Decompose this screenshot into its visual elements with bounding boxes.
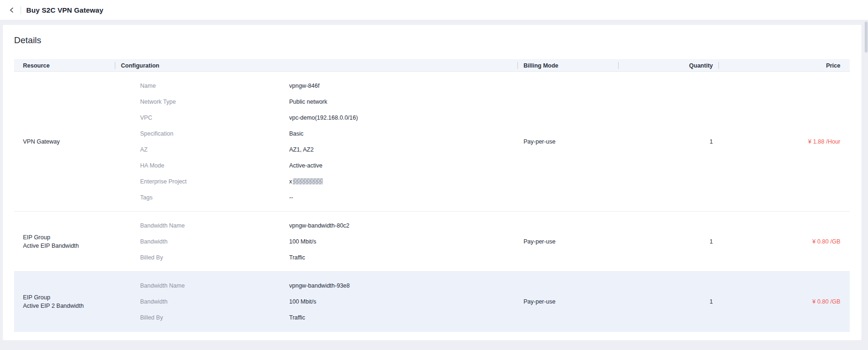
column-header-billing-mode: Billing Mode xyxy=(517,59,618,72)
config-cell: Bandwidth Namevpngw-bandwidth-80c2Bandwi… xyxy=(115,212,517,271)
title-divider xyxy=(21,6,21,14)
config-line: Tags-- xyxy=(140,190,517,205)
price-cell: ¥ 0.80 /GB xyxy=(718,272,850,331)
config-value: Traffic xyxy=(289,254,517,261)
config-label: VPC xyxy=(140,114,289,121)
config-line: Namevpngw-846f xyxy=(140,78,517,94)
table-row: VPN Gateway Namevpngw-846fNetwork TypePu… xyxy=(14,72,850,212)
scrollbar-thumb[interactable] xyxy=(865,22,868,53)
billing-mode-cell: Pay-per-use xyxy=(517,212,618,271)
resource-name-line: Active EIP 2 Bandwidth xyxy=(23,302,115,310)
table-row: EIP GroupActive EIP Bandwidth Bandwidth … xyxy=(14,212,850,272)
config-line: Billed ByTraffic xyxy=(140,310,517,326)
scrollbar-track[interactable] xyxy=(864,21,868,350)
topbar: Buy S2C VPN Gateway xyxy=(0,0,868,20)
table-body: VPN Gateway Namevpngw-846fNetwork TypePu… xyxy=(14,72,850,332)
config-value: x xyxy=(289,178,517,185)
config-label: Network Type xyxy=(140,99,289,105)
column-header-resource: Resource xyxy=(14,59,115,72)
config-line: HA ModeActive-active xyxy=(140,158,517,174)
price-cell: ¥ 0.80 /GB xyxy=(718,212,850,271)
quantity-cell: 1 xyxy=(618,212,718,271)
table-row: EIP GroupActive EIP 2 Bandwidth Bandwidt… xyxy=(14,272,850,332)
order-table: Resource Configuration Billing Mode Quan… xyxy=(14,59,850,332)
config-line: Billed ByTraffic xyxy=(140,250,517,266)
config-cell: Bandwidth Namevpngw-bandwidth-93e8Bandwi… xyxy=(115,272,517,331)
config-line: Bandwidth100 Mbit/s xyxy=(140,234,517,250)
config-label: Bandwidth Name xyxy=(140,222,289,229)
config-line: AZAZ1, AZ2 xyxy=(140,142,517,158)
config-line: Network TypePublic network xyxy=(140,94,517,110)
table-header: Resource Configuration Billing Mode Quan… xyxy=(14,59,850,72)
billing-mode-cell: Pay-per-use xyxy=(517,272,618,331)
config-label: Billed By xyxy=(140,254,289,261)
quantity-cell: 1 xyxy=(618,272,718,331)
config-label: Tags xyxy=(140,194,289,201)
price-cell: ¥ 1.88 /Hour xyxy=(718,72,850,211)
config-label: Name xyxy=(140,83,289,89)
config-value: vpngw-bandwidth-93e8 xyxy=(289,282,517,289)
resource-name-line: EIP Group xyxy=(23,233,115,242)
back-button[interactable] xyxy=(7,5,16,15)
page: Buy S2C VPN Gateway Details Resource Con… xyxy=(0,0,868,350)
config-line: SpecificationBasic xyxy=(140,126,517,142)
resource-cell: EIP GroupActive EIP Bandwidth xyxy=(14,212,115,271)
column-header-quantity: Quantity xyxy=(618,59,718,72)
config-label: HA Mode xyxy=(140,162,289,169)
config-value: Traffic xyxy=(289,314,517,321)
config-line: Enterprise Projectx xyxy=(140,174,517,190)
resource-name-line: VPN Gateway xyxy=(23,137,115,146)
resource-name-line: Active EIP Bandwidth xyxy=(23,242,115,250)
config-label: Bandwidth Name xyxy=(140,282,289,289)
billing-mode-cell: Pay-per-use xyxy=(517,72,618,211)
config-value: vpngw-846f xyxy=(289,83,517,89)
quantity-cell: 1 xyxy=(618,72,718,211)
column-header-price: Price xyxy=(718,59,850,72)
masked-value-mosaic xyxy=(293,178,323,184)
config-label: AZ xyxy=(140,146,289,153)
config-value: vpc-demo(192.168.0.0/16) xyxy=(289,114,517,121)
config-label: Specification xyxy=(140,130,289,137)
resource-cell: EIP GroupActive EIP 2 Bandwidth xyxy=(14,272,115,331)
resource-cell: VPN Gateway xyxy=(14,72,115,211)
config-line: Bandwidth Namevpngw-bandwidth-93e8 xyxy=(140,278,517,294)
config-label: Bandwidth xyxy=(140,298,289,305)
config-value: AZ1, AZ2 xyxy=(289,146,517,153)
config-value: Public network xyxy=(289,99,517,105)
config-value: -- xyxy=(289,194,517,201)
config-value: 100 Mbit/s xyxy=(289,238,517,245)
details-heading: Details xyxy=(14,35,850,46)
config-line: VPCvpc-demo(192.168.0.0/16) xyxy=(140,110,517,126)
chevron-left-icon xyxy=(9,7,15,13)
config-line: Bandwidth100 Mbit/s xyxy=(140,294,517,310)
config-value: Basic xyxy=(289,130,517,137)
config-label: Bandwidth xyxy=(140,238,289,245)
config-cell: Namevpngw-846fNetwork TypePublic network… xyxy=(115,72,517,211)
config-value: vpngw-bandwidth-80c2 xyxy=(289,222,517,229)
page-title: Buy S2C VPN Gateway xyxy=(26,6,103,14)
column-header-configuration: Configuration xyxy=(115,59,517,72)
config-value: Active-active xyxy=(289,162,517,169)
config-value: 100 Mbit/s xyxy=(289,298,517,305)
config-line: Bandwidth Namevpngw-bandwidth-80c2 xyxy=(140,218,517,234)
config-label: Enterprise Project xyxy=(140,178,289,185)
config-label: Billed By xyxy=(140,314,289,321)
details-card: Details Resource Configuration Billing M… xyxy=(3,25,861,340)
resource-name-line: EIP Group xyxy=(23,293,115,302)
